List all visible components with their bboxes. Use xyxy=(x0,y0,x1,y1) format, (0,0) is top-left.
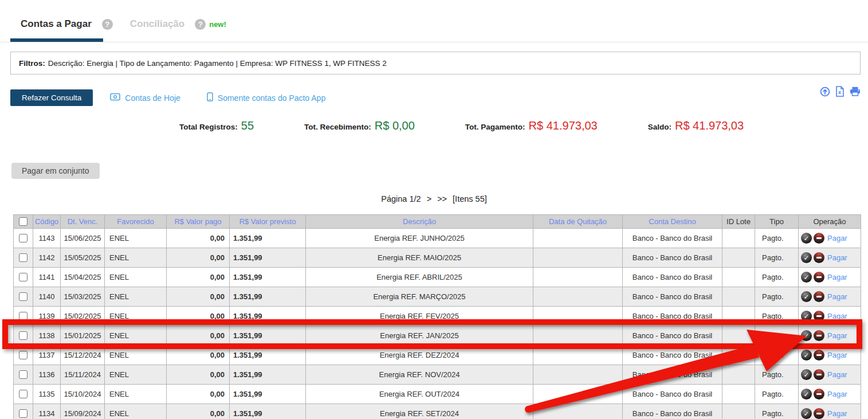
help-icon[interactable]: ? xyxy=(102,19,113,30)
cell-code[interactable]: 1142 xyxy=(33,248,61,268)
next-page-link[interactable]: > xyxy=(427,194,431,203)
cell-type[interactable]: Pagto. xyxy=(755,307,799,326)
cell-due-date[interactable]: 15/06/2025 xyxy=(61,229,105,248)
row-checkbox[interactable] xyxy=(19,273,28,281)
somente-pacto-app-link[interactable]: Somente contas do Pacto App xyxy=(207,92,325,103)
minus-icon[interactable] xyxy=(814,272,824,283)
cell-payee[interactable]: ENEL xyxy=(105,346,167,365)
pagar-link[interactable]: Pagar xyxy=(827,390,847,398)
cell-account[interactable]: Banco - Banco do Brasil xyxy=(623,346,722,365)
pagar-link[interactable]: Pagar xyxy=(827,331,847,340)
cell-account[interactable]: Banco - Banco do Brasil xyxy=(623,365,722,385)
cell-due-date[interactable]: 15/02/2025 xyxy=(61,307,105,326)
column-header-favorecido[interactable]: Favorecido xyxy=(105,215,167,229)
row-checkbox[interactable] xyxy=(19,292,28,301)
cell-type[interactable]: Pagto. xyxy=(755,287,799,307)
cell-description[interactable]: Energia REF. ABRIL/2025 xyxy=(306,268,533,287)
cell-account[interactable]: Banco - Banco do Brasil xyxy=(623,307,722,326)
cell-description[interactable]: Energia REF. FEV/2025 xyxy=(306,307,533,326)
minus-icon[interactable] xyxy=(814,252,824,263)
cell-payee[interactable]: ENEL xyxy=(105,307,167,326)
cell-payee[interactable]: ENEL xyxy=(105,268,167,287)
cell-account[interactable]: Banco - Banco do Brasil xyxy=(623,229,722,248)
cell-due-date[interactable]: 15/05/2025 xyxy=(61,248,105,268)
cell-type[interactable]: Pagto. xyxy=(755,248,799,268)
cell-type[interactable]: Pagto. xyxy=(755,385,799,404)
pagar-link[interactable]: Pagar xyxy=(827,273,847,281)
column-header-r-valor-pago[interactable]: R$ Valor pago xyxy=(167,215,230,229)
cell-description[interactable]: Energia REF. NOV/2024 xyxy=(306,365,533,385)
cell-code[interactable]: 1140 xyxy=(33,287,61,307)
cell-account[interactable]: Banco - Banco do Brasil xyxy=(623,385,722,404)
cell-account[interactable]: Banco - Banco do Brasil xyxy=(623,287,722,307)
row-checkbox[interactable] xyxy=(19,234,28,242)
row-checkbox[interactable] xyxy=(19,331,28,340)
cell-code[interactable]: 1137 xyxy=(33,346,61,365)
tab-contas-a-pagar[interactable]: Contas a Pagar xyxy=(21,18,92,30)
check-icon[interactable] xyxy=(801,252,812,263)
check-icon[interactable] xyxy=(801,330,812,341)
tab-conciliacao[interactable]: Conciliação xyxy=(130,18,184,30)
cell-due-date[interactable]: 15/12/2024 xyxy=(61,346,105,365)
minus-icon[interactable] xyxy=(814,350,824,361)
cell-description[interactable]: Energia REF. DEZ/2024 xyxy=(306,346,533,365)
cell-code[interactable]: 1138 xyxy=(33,326,61,346)
select-all-checkbox[interactable] xyxy=(19,217,28,226)
pagar-em-conjunto-button[interactable]: Pagar em conjunto xyxy=(11,163,100,179)
cell-payee[interactable]: ENEL xyxy=(105,385,167,404)
cell-account[interactable]: Banco - Banco do Brasil xyxy=(623,268,722,287)
cell-account[interactable]: Banco - Banco do Brasil xyxy=(623,248,722,268)
cell-description[interactable]: Energia REF. JAN/2025 xyxy=(306,326,533,346)
minus-icon[interactable] xyxy=(814,330,824,341)
cell-account[interactable]: Banco - Banco do Brasil xyxy=(623,326,722,346)
pagar-link[interactable]: Pagar xyxy=(827,234,847,242)
row-checkbox[interactable] xyxy=(19,409,28,418)
print-icon[interactable] xyxy=(850,87,861,96)
cell-due-date[interactable]: 15/03/2025 xyxy=(61,287,105,307)
help-icon[interactable]: ? xyxy=(195,19,206,30)
cell-type[interactable]: Pagto. xyxy=(755,229,799,248)
cell-description[interactable]: Energia REF. MARÇO/2025 xyxy=(306,287,533,307)
pagar-link[interactable]: Pagar xyxy=(827,351,847,359)
column-header-conta-destino[interactable]: Conta Destino xyxy=(623,215,722,229)
check-icon[interactable] xyxy=(801,369,812,380)
minus-icon[interactable] xyxy=(814,369,824,380)
cell-type[interactable]: Pagto. xyxy=(755,404,799,419)
minus-icon[interactable] xyxy=(814,291,824,302)
cell-payee[interactable]: ENEL xyxy=(105,404,167,419)
contas-de-hoje-link[interactable]: Contas de Hoje xyxy=(110,93,180,103)
row-checkbox[interactable] xyxy=(19,253,28,262)
row-checkbox[interactable] xyxy=(19,312,28,320)
pagar-link[interactable]: Pagar xyxy=(827,409,847,418)
cell-due-date[interactable]: 15/01/2025 xyxy=(61,326,105,346)
excel-icon[interactable]: x xyxy=(835,86,845,97)
check-icon[interactable] xyxy=(801,291,812,302)
column-header-c-digo[interactable]: Código xyxy=(33,215,61,229)
cell-due-date[interactable]: 15/10/2024 xyxy=(61,385,105,404)
row-checkbox[interactable] xyxy=(19,370,28,379)
cell-code[interactable]: 1143 xyxy=(33,229,61,248)
cell-due-date[interactable]: 15/04/2025 xyxy=(61,268,105,287)
export-up-icon[interactable] xyxy=(820,87,830,97)
cell-account[interactable]: Banco - Banco do Brasil xyxy=(623,404,722,419)
check-icon[interactable] xyxy=(801,311,812,322)
check-icon[interactable] xyxy=(801,389,812,400)
cell-type[interactable]: Pagto. xyxy=(755,326,799,346)
cell-payee[interactable]: ENEL xyxy=(105,229,167,248)
check-icon[interactable] xyxy=(801,233,812,244)
last-page-link[interactable]: >> xyxy=(437,194,447,203)
check-icon[interactable] xyxy=(801,408,812,419)
cell-description[interactable]: Energia REF. MAIO/2025 xyxy=(306,248,533,268)
minus-icon[interactable] xyxy=(814,389,824,400)
refazer-consulta-button[interactable]: Refazer Consulta xyxy=(10,89,93,106)
cell-code[interactable]: 1136 xyxy=(33,365,61,385)
check-icon[interactable] xyxy=(801,272,812,283)
cell-code[interactable]: 1135 xyxy=(33,385,61,404)
column-header-data-de-quita-o[interactable]: Data de Quitação xyxy=(533,215,623,229)
column-header-r-valor-previsto[interactable]: R$ Valor previsto xyxy=(230,215,306,229)
pagar-link[interactable]: Pagar xyxy=(827,370,847,379)
cell-due-date[interactable]: 15/09/2024 xyxy=(61,404,105,419)
pagar-link[interactable]: Pagar xyxy=(827,292,847,301)
pagar-link[interactable]: Pagar xyxy=(827,253,847,262)
cell-type[interactable]: Pagto. xyxy=(755,346,799,365)
